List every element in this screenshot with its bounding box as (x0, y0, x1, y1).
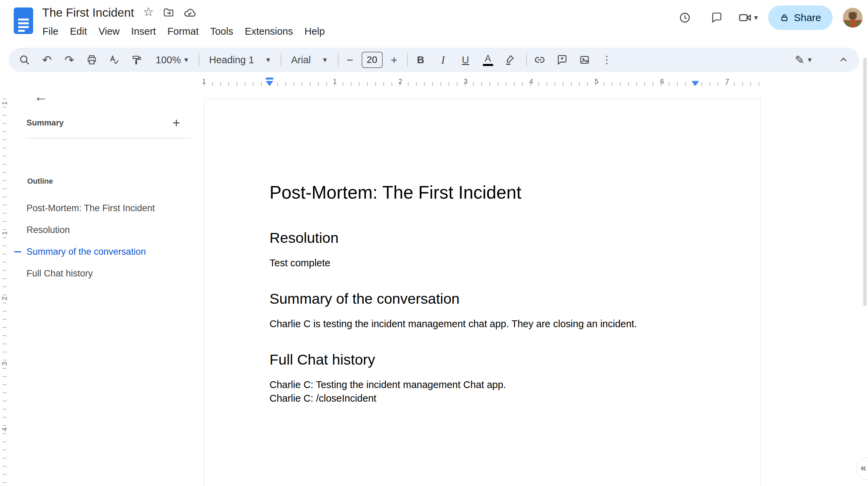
ruler-ticks (204, 82, 761, 86)
print-button[interactable] (84, 50, 100, 69)
pencil-icon: ✎ (795, 53, 804, 67)
text-color-icon: A (483, 54, 493, 66)
paragraph-style-select[interactable]: Heading 1 ▾ (204, 50, 275, 69)
underline-button[interactable]: U (457, 50, 474, 69)
redo-button[interactable]: ↷ (61, 50, 77, 69)
increase-font-size-button[interactable]: + (387, 53, 401, 67)
more-options-button[interactable]: ⋮ (599, 50, 615, 69)
meet-video-call-button[interactable]: ▾ (738, 11, 758, 25)
outline-item-label: Full Chat history (27, 268, 93, 279)
add-comment-button[interactable] (554, 50, 570, 69)
paint-format-button[interactable] (128, 50, 145, 69)
outline-item[interactable]: Resolution (10, 219, 194, 241)
bold-button[interactable]: B (413, 50, 429, 69)
move-folder-icon[interactable] (163, 7, 174, 18)
outline-sidebar: ← Summary + Outline Post-Mortem: The Fir… (10, 78, 194, 486)
image-icon (579, 54, 590, 66)
caret-down-icon: ▾ (184, 56, 188, 64)
hide-menus-button[interactable] (835, 50, 852, 69)
ruler-number: 7 (725, 78, 729, 85)
zoom-select[interactable]: 100% ▾ (151, 50, 193, 69)
caret-down-icon: ▾ (266, 56, 270, 64)
menu-view[interactable]: View (93, 24, 125, 39)
menu-edit[interactable]: Edit (64, 24, 93, 39)
cloud-status-icon[interactable] (183, 6, 196, 19)
undo-button[interactable]: ↶ (39, 50, 55, 69)
caret-down-icon: ▾ (808, 56, 812, 64)
link-icon (534, 54, 545, 66)
document-title[interactable]: The First Incident (42, 6, 134, 19)
star-icon[interactable]: ☆ (143, 6, 154, 18)
spellcheck-button[interactable] (106, 50, 122, 69)
header: The First Incident ☆ File Edit (0, 0, 868, 45)
doc-heading[interactable]: Full Chat history (270, 351, 695, 368)
search-menus-icon[interactable] (16, 50, 33, 69)
doc-paragraph[interactable]: Charlie C: /closeIncident (270, 391, 695, 405)
outline-item[interactable]: Post-Mortem: The First Incident (10, 197, 194, 219)
summary-section: Summary + (10, 116, 191, 129)
vertical-scrollbar[interactable] (863, 58, 867, 306)
doc-paragraph[interactable]: Charlie C: Testing the incident manageme… (270, 378, 695, 391)
version-history-icon[interactable] (674, 7, 696, 29)
doc-heading[interactable]: Resolution (270, 229, 695, 247)
highlight-color-button[interactable] (502, 50, 519, 69)
decrease-font-size-button[interactable]: − (343, 53, 357, 67)
doc-paragraph[interactable]: Charlie C is testing the incident manage… (270, 317, 695, 331)
outline-list: Post-Mortem: The First Incident Resoluti… (10, 197, 194, 284)
share-button[interactable]: Share (768, 5, 833, 30)
outline-item-label: Post-Mortem: The First Incident (27, 203, 155, 214)
docs-logo-icon[interactable] (14, 7, 33, 34)
insert-link-button[interactable] (532, 50, 548, 69)
first-line-indent-marker[interactable] (266, 78, 273, 80)
editing-mode-select[interactable]: ✎ ▾ (795, 53, 812, 67)
divider (338, 53, 338, 67)
insert-image-button[interactable] (576, 50, 593, 69)
divider (281, 53, 281, 67)
undo-icon: ↶ (42, 54, 52, 66)
menu-extensions[interactable]: Extensions (239, 24, 299, 39)
comments-icon[interactable] (706, 7, 728, 29)
text-color-button[interactable]: A (480, 50, 496, 69)
right-indent-marker[interactable] (692, 81, 699, 86)
spellcheck-icon (109, 54, 120, 65)
underline-icon: U (462, 54, 469, 66)
doc-title-heading[interactable]: Post-Mortem: The First Incident (270, 182, 695, 203)
lock-icon (780, 13, 789, 22)
close-outline-button[interactable]: ← (29, 85, 52, 108)
add-summary-button[interactable]: + (173, 116, 180, 129)
menu-format[interactable]: Format (162, 24, 205, 39)
header-actions: ▾ Share (674, 0, 863, 35)
paint-roller-icon (131, 54, 142, 65)
toolbar: ↶ ↷ 100% ▾ Heading 1 ▾ Arial (9, 48, 859, 72)
divider (199, 53, 199, 67)
menu-file[interactable]: File (37, 24, 64, 39)
ruler-number: 3 (1, 359, 8, 368)
document-page[interactable]: Post-Mortem: The First Incident Resoluti… (204, 99, 761, 486)
ruler-number: 1 (202, 78, 206, 85)
doc-paragraph[interactable]: Test complete (270, 256, 695, 270)
menu-insert[interactable]: Insert (125, 24, 162, 39)
redo-icon: ↷ (65, 54, 74, 66)
outline-item-active[interactable]: Summary of the conversation (10, 241, 194, 263)
doc-section: Resolution Test complete (270, 229, 695, 270)
ruler-number: 5 (594, 78, 598, 85)
menu-help[interactable]: Help (299, 24, 331, 39)
italic-button[interactable]: I (435, 50, 451, 69)
font-size-input[interactable] (362, 52, 383, 68)
menu-tools[interactable]: Tools (204, 24, 239, 39)
outline-item-label: Summary of the conversation (27, 247, 146, 257)
font-value: Arial (291, 54, 311, 66)
doc-heading[interactable]: Summary of the conversation (270, 290, 695, 307)
font-select[interactable]: Arial ▾ (286, 50, 331, 69)
paragraph-style-value: Heading 1 (209, 54, 254, 66)
ruler-number: 1 (1, 229, 8, 238)
caret-down-icon: ▾ (323, 56, 327, 64)
ruler-number: 2 (1, 294, 8, 303)
vertical-ruler: 1 1 2 3 4 (0, 92, 10, 486)
print-icon (86, 54, 97, 65)
expand-panel-button[interactable]: « (856, 457, 868, 480)
left-indent-marker[interactable] (266, 81, 273, 86)
outline-item[interactable]: Full Chat history (10, 263, 194, 284)
avatar[interactable] (843, 8, 863, 28)
outline-label: Outline (27, 177, 53, 186)
